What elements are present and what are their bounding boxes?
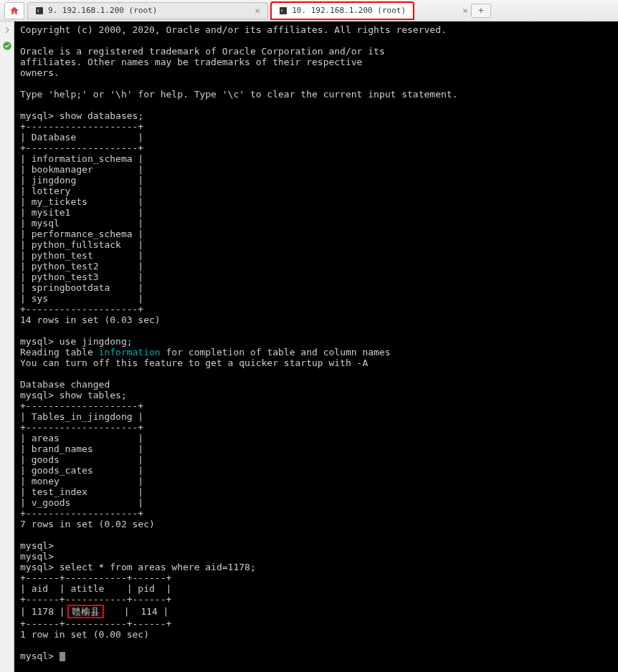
terminal-prompt: mysql> show tables;	[20, 390, 127, 400]
terminal-line: affiliates. Other names may be trademark…	[20, 57, 362, 67]
table-row: | mysql |	[20, 218, 143, 229]
terminal-line: +--------------------+	[20, 422, 143, 433]
terminal-line: | Database |	[20, 132, 143, 143]
table-row: | performance_schema |	[20, 229, 143, 239]
main-area: Copyright (c) 2000, 2020, Oracle and/or …	[0, 21, 618, 672]
svg-rect-0	[36, 7, 43, 14]
table-row: | goods |	[20, 454, 143, 465]
table-row: | bookmanager |	[20, 164, 143, 175]
terminal-line: +--------------------+	[20, 143, 143, 153]
terminal-prompt: mysql>	[20, 651, 65, 661]
home-tab[interactable]	[4, 2, 24, 19]
tab-session-9[interactable]: 9. 192.168.1.200 (root) ×	[27, 2, 268, 19]
table-row: | python_fullstack |	[20, 239, 143, 250]
terminal-line: You can turn off this feature to get a q…	[20, 357, 368, 368]
terminal-line: Type 'help;' or '\h' for help. Type '\c'…	[20, 89, 457, 100]
plus-icon: +	[478, 5, 484, 16]
terminal-line: | Tables_in_jingdong |	[20, 411, 143, 422]
table-row: | lottery |	[20, 186, 143, 196]
sidebar	[0, 21, 14, 672]
terminal-line: 1 row in set (0.00 sec)	[20, 629, 149, 640]
sidebar-arrow-icon[interactable]	[1, 24, 13, 36]
table-row: | python_test2 |	[20, 261, 143, 272]
terminal-line: 14 rows in set (0.03 sec)	[20, 315, 161, 325]
svg-rect-1	[280, 7, 287, 14]
highlighted-value: 赣榆县	[67, 605, 104, 618]
table-row: | test_index |	[20, 486, 143, 497]
terminal-line: +------+-----------+------+	[20, 594, 171, 605]
table-row: | jingdong |	[20, 175, 143, 186]
table-row: | my_tickets |	[20, 196, 143, 207]
table-row: | brand_names |	[20, 443, 143, 454]
table-row: | springbootdata |	[20, 282, 143, 293]
terminal-icon	[35, 6, 44, 15]
terminal-prompt: mysql> use jingdong;	[20, 336, 133, 347]
sidebar-check-icon[interactable]	[1, 40, 13, 52]
tab-bar: 9. 192.168.1.200 (root) × 10. 192.168.1.…	[0, 0, 618, 21]
tab-label: 10. 192.168.1.200 (root)	[292, 6, 406, 15]
terminal-line: +------+-----------+------+	[20, 572, 171, 583]
terminal-line: +--------------------+	[20, 508, 143, 519]
terminal-prompt: mysql>	[20, 540, 54, 551]
table-row: | goods_cates |	[20, 465, 143, 476]
terminal-line: Oracle is a registered trademark of Orac…	[20, 46, 385, 57]
tab-label: 9. 192.168.1.200 (root)	[48, 6, 157, 15]
tab-session-10[interactable]: 10. 192.168.1.200 (root)	[271, 2, 414, 19]
add-tab-button[interactable]: +	[471, 4, 491, 18]
terminal-line: Reading table information for completion…	[20, 347, 391, 357]
table-row: | v_goods |	[20, 497, 143, 508]
table-row: | python_test |	[20, 250, 143, 261]
terminal-prompt: mysql>	[20, 551, 54, 562]
table-row: | mysite1 |	[20, 207, 143, 218]
cursor	[60, 652, 65, 661]
terminal-line: +--------------------+	[20, 304, 143, 315]
terminal-line: +------+-----------+------+	[20, 618, 171, 629]
table-row: | information_schema |	[20, 153, 143, 164]
terminal-line: Copyright (c) 2000, 2020, Oracle and/or …	[20, 24, 447, 35]
table-row: | 1178 | 赣榆县 | 114 |	[20, 606, 168, 617]
terminal-output[interactable]: Copyright (c) 2000, 2020, Oracle and/or …	[14, 21, 618, 672]
terminal-icon	[279, 6, 287, 15]
terminal-line: Database changed	[20, 379, 110, 390]
terminal-line: 7 rows in set (0.02 sec)	[20, 519, 155, 529]
terminal-line: | aid | atitle | pid |	[20, 583, 171, 594]
table-row: | areas |	[20, 433, 143, 443]
table-row: | python_test3 |	[20, 272, 143, 282]
close-icon[interactable]: ×	[460, 5, 468, 16]
terminal-line: +--------------------+	[20, 400, 143, 411]
terminal-prompt: mysql> show databases;	[20, 110, 143, 121]
table-row: | money |	[20, 476, 143, 486]
terminal-prompt: mysql> select * from areas where aid=117…	[20, 562, 256, 572]
close-icon[interactable]: ×	[252, 5, 260, 16]
home-icon	[9, 6, 19, 16]
terminal-line: +--------------------+	[20, 121, 143, 132]
terminal-line: owners.	[20, 67, 60, 78]
table-row: | sys |	[20, 293, 143, 304]
